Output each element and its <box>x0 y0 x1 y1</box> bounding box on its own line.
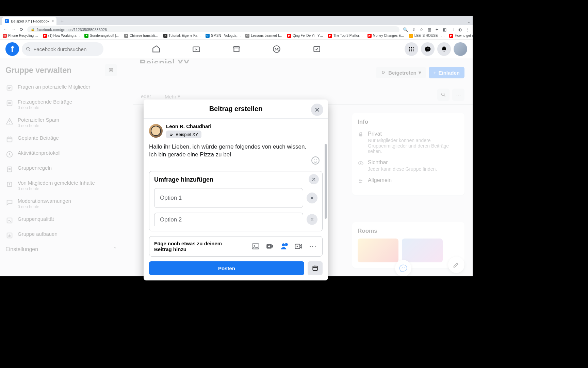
messenger-fab[interactable] <box>395 260 411 276</box>
close-modal-button[interactable] <box>311 104 323 116</box>
group-icon <box>381 70 386 75</box>
svg-point-3 <box>273 46 280 52</box>
svg-line-29 <box>444 95 445 96</box>
bookmark-item[interactable]: #Tutorial: Eigene Fa… <box>163 34 201 38</box>
nav-groups[interactable] <box>258 41 295 57</box>
bookmark-item[interactable]: ▶(1) How Working a… <box>43 34 80 38</box>
reload-button[interactable]: ⟳ <box>19 27 24 32</box>
nav-gaming[interactable] <box>298 41 336 57</box>
remove-option-1-button[interactable] <box>307 193 317 203</box>
group-search-button[interactable] <box>437 89 450 101</box>
post-text-input[interactable]: Hallo ihr Lieben, ich würde gerne folgen… <box>149 143 323 159</box>
sidebar-item-grow[interactable]: Gruppe aufbauen <box>3 228 120 243</box>
schedule-button[interactable] <box>308 261 323 275</box>
profile-avatar[interactable] <box>454 42 467 56</box>
people-icon <box>358 177 364 184</box>
info-heading: Info <box>358 119 459 125</box>
search-input[interactable] <box>22 42 103 56</box>
bookmark-item[interactable]: ▶Money Changes E… <box>368 34 404 38</box>
tag-person-icon <box>280 242 289 251</box>
sidebar-item-reported[interactable]: Von Mitgliedern gemeldete Inhalte0 neu h… <box>3 177 120 195</box>
back-button[interactable]: ← <box>3 27 7 32</box>
nav-watch[interactable] <box>178 41 215 57</box>
emoji-button[interactable] <box>311 156 321 166</box>
sidebar-item-rules[interactable]: Gruppenregeln <box>3 162 120 177</box>
sidebar-item-pending-posts[interactable]: Freizugebende Beiträge0 neu heute <box>3 95 120 113</box>
facebook-logo[interactable]: f <box>5 42 19 56</box>
chrome-menu-icon[interactable]: ⋮ <box>466 27 470 32</box>
sidebar-settings-toggle[interactable]: Einstellungen ⌃ <box>3 243 120 256</box>
add-photo-button[interactable] <box>251 242 260 251</box>
svg-point-34 <box>170 134 172 135</box>
sidebar-item-scheduled[interactable]: Geplante Beiträge <box>3 132 120 147</box>
notifications-icon[interactable] <box>437 42 451 56</box>
close-icon[interactable]: × <box>51 19 54 24</box>
video-plus-icon <box>265 242 274 251</box>
poll-option-1-input[interactable]: Option 1 <box>154 188 303 208</box>
tab-title: Beispiel XY | Facebook <box>11 19 49 23</box>
add-video-button[interactable] <box>265 242 275 251</box>
compose-fab[interactable] <box>448 257 464 273</box>
sidebar-item-spam[interactable]: Potenzieller Spam0 neu heute <box>3 113 120 132</box>
share-icon[interactable]: ⇪ <box>412 27 415 32</box>
eye-icon <box>358 159 364 172</box>
forward-button[interactable]: → <box>11 27 16 32</box>
poll-option-2-input[interactable]: Option 2 <box>154 213 303 226</box>
warning-icon <box>6 118 13 125</box>
messenger-icon[interactable] <box>421 42 435 56</box>
menu-grid-icon[interactable] <box>405 42 418 56</box>
tag-people-button[interactable] <box>279 242 289 251</box>
bookmark-item[interactable]: ▶Qing Fei De Yi - Y… <box>287 34 323 38</box>
extensions-icon[interactable]: ✦ <box>435 27 439 32</box>
bookmark-item[interactable]: ●Chinese translati… <box>124 34 158 38</box>
svg-rect-20 <box>7 137 12 142</box>
search-icon <box>441 92 446 97</box>
bookmark-item[interactable]: o₂Phone Recycling … <box>3 34 38 38</box>
remove-poll-button[interactable] <box>309 174 319 184</box>
bookmark-item[interactable]: ▶How to get more v… <box>449 34 473 38</box>
svg-point-33 <box>361 180 362 181</box>
bookmark-item[interactable]: ✦Sonderangebot! |… <box>84 34 119 38</box>
sidebar-item-moderation[interactable]: Moderationswarnungen0 neu heute <box>3 195 120 213</box>
joined-button[interactable]: Beigetreten ▾ <box>376 67 426 78</box>
tab-overflow-icon[interactable]: ⌄ <box>467 19 471 25</box>
sidebar-item-questions[interactable]: Fragen an potenzielle Mitglieder <box>3 80 120 95</box>
author-avatar[interactable] <box>149 124 163 138</box>
bookmark-item[interactable]: ⟳Lessons Learned f… <box>245 34 282 38</box>
search-field[interactable] <box>33 46 99 52</box>
bookmark-item[interactable]: ♪LEE 'S HOUSE—… <box>409 34 445 38</box>
scrollbar[interactable] <box>325 144 327 219</box>
nav-home[interactable] <box>137 41 175 57</box>
svg-point-12 <box>413 49 414 50</box>
live-video-button[interactable] <box>294 242 303 251</box>
panel-icon[interactable]: ☐ <box>451 27 454 32</box>
camera-icon <box>294 242 303 251</box>
sidebar-item-activity[interactable]: Aktivitätenprotokoll <box>3 147 120 162</box>
remove-option-2-button[interactable] <box>307 214 317 225</box>
post-button[interactable]: Posten <box>149 261 304 275</box>
star-icon[interactable]: ☆ <box>420 27 423 32</box>
new-tab-button[interactable]: + <box>59 18 65 25</box>
bookmark-item[interactable]: ▶The Top 3 Platfor… <box>328 34 363 38</box>
browser-tab[interactable]: f Beispiel XY | Facebook × <box>2 17 56 25</box>
invite-button[interactable]: + Einladen <box>429 67 464 78</box>
rules-icon <box>6 166 13 173</box>
more-options-button[interactable]: ⋯ <box>308 242 317 251</box>
room-tile[interactable] <box>358 239 398 262</box>
incognito-icon[interactable]: ◧ <box>443 27 446 32</box>
group-more-button[interactable]: ⋯ <box>452 89 464 101</box>
audience-selector[interactable]: Beispiel XY <box>166 131 201 138</box>
close-icon <box>311 177 316 182</box>
gear-icon[interactable] <box>105 64 117 76</box>
extension-icon-1[interactable]: ▦ <box>427 27 431 32</box>
svg-point-10 <box>409 49 410 50</box>
bookmark-item[interactable]: GGMSN - Vologda,… <box>206 34 241 38</box>
lock-icon <box>358 131 364 154</box>
svg-point-5 <box>277 48 278 49</box>
nav-marketplace[interactable] <box>218 41 255 57</box>
sidebar-item-quality[interactable]: Gruppenqualität <box>3 213 120 228</box>
zoom-icon[interactable]: 🔍 <box>403 27 408 32</box>
room-tile[interactable] <box>402 239 443 262</box>
profile-icon[interactable]: ◐ <box>458 27 462 32</box>
close-icon <box>314 107 320 113</box>
